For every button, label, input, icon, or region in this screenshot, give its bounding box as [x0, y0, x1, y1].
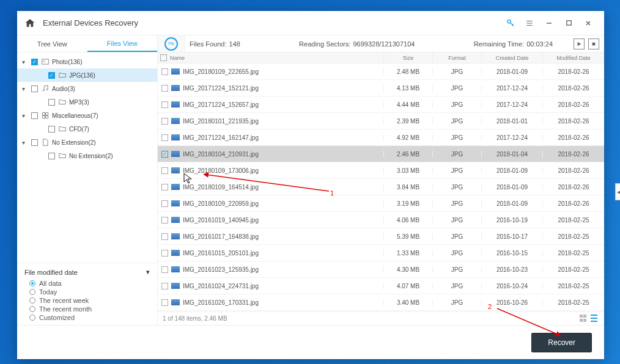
tree-node-cfd[interactable]: CFD(7)	[17, 122, 157, 136]
checkbox[interactable]	[48, 153, 55, 159]
file-modified: 2018-02-26	[543, 184, 604, 191]
row-checkbox[interactable]	[161, 266, 168, 273]
row-checkbox[interactable]	[161, 68, 168, 75]
stop-button[interactable]	[588, 38, 599, 49]
caret-icon[interactable]: ▾	[22, 86, 28, 92]
file-format: JPG	[433, 85, 482, 92]
grid-view-button[interactable]	[580, 315, 588, 323]
row-checkbox[interactable]	[161, 233, 168, 240]
minimize-button[interactable]	[541, 15, 558, 32]
file-size: 3.03 MB	[384, 167, 433, 174]
table-row[interactable]: IMG_20180109_173006.jpg3.03 MBJPG2018-01…	[158, 162, 604, 179]
filter-all[interactable]: All data	[29, 280, 150, 287]
caret-icon[interactable]: ▾	[22, 59, 28, 65]
tree-node-audio[interactable]: ▾Audio(3)	[17, 82, 157, 95]
filter-week[interactable]: The recent week	[29, 297, 150, 304]
tree-label: Audio(3)	[52, 86, 75, 92]
table-row[interactable]: IMG_20180109_220959.jpg3.19 MBJPG2018-01…	[158, 195, 604, 212]
table-body[interactable]: IMG_20180109_222655.jpg2.48 MBJPG2018-01…	[158, 64, 604, 311]
file-format: JPG	[433, 68, 482, 75]
col-modified[interactable]: Modified Date	[543, 53, 604, 63]
row-checkbox[interactable]	[161, 134, 168, 141]
table-row[interactable]: IMG_20161026_170331.jpg3.40 MBJPG2016-10…	[158, 294, 604, 311]
col-name[interactable]: Name	[170, 55, 185, 61]
recover-button[interactable]: Recover	[531, 333, 592, 352]
select-all-checkbox[interactable]	[160, 54, 167, 61]
table-row[interactable]: IMG_20180104_210931.jpg2.46 MBJPG2018-01…	[158, 146, 604, 162]
maximize-button[interactable]	[560, 15, 577, 32]
table-row[interactable]: IMG_20161019_140945.jpg4.06 MBJPG2016-10…	[158, 212, 604, 228]
tree-node-noext2[interactable]: No Extension(2)	[17, 149, 157, 162]
file-modified: 2018-02-25	[543, 233, 604, 240]
misc-icon	[41, 111, 50, 120]
checkbox[interactable]	[48, 126, 55, 133]
tree-node-misc[interactable]: ▾Miscellaneous(7)	[17, 109, 157, 122]
table-row[interactable]: IMG_20161024_224731.jpg4.07 MBJPG2016-10…	[158, 278, 604, 294]
row-checkbox[interactable]	[161, 299, 168, 306]
row-checkbox[interactable]	[161, 101, 168, 108]
checkbox[interactable]	[48, 72, 55, 79]
tree-node-noext[interactable]: ▾No Extension(2)	[17, 136, 157, 149]
tree-label: JPG(136)	[69, 72, 95, 79]
scan-controls	[570, 35, 604, 52]
table-row[interactable]: IMG_20171224_162147.jpg4.92 MBJPG2017-12…	[158, 129, 604, 146]
row-checkbox[interactable]	[161, 250, 168, 257]
play-button[interactable]	[574, 38, 585, 49]
file-size: 3.40 MB	[384, 299, 433, 306]
tab-files-view[interactable]: Files View	[87, 35, 158, 52]
filter-custom[interactable]: Customized	[29, 314, 150, 321]
filter-header[interactable]: File modified date▾	[24, 268, 150, 276]
file-thumbnail-icon	[171, 118, 180, 124]
row-checkbox[interactable]	[161, 85, 168, 92]
row-checkbox[interactable]	[161, 118, 168, 125]
checkbox[interactable]	[31, 139, 38, 146]
tree-node-jpg[interactable]: JPG(136)	[17, 68, 157, 82]
table-row[interactable]: IMG_20180109_222655.jpg2.48 MBJPG2018-01…	[158, 64, 604, 80]
caret-icon[interactable]: ▾	[22, 112, 28, 119]
checkbox[interactable]	[31, 112, 38, 119]
tree-node-photo[interactable]: ▾Photo(136)	[17, 55, 157, 68]
table-row[interactable]: IMG_20180109_164514.jpg3.84 MBJPG2018-01…	[158, 179, 604, 195]
file-created: 2016-10-24	[482, 283, 543, 289]
list-view-button[interactable]	[591, 315, 599, 323]
row-checkbox[interactable]	[161, 167, 168, 174]
filter-today[interactable]: Today	[29, 288, 150, 296]
tab-tree-view[interactable]: Tree View	[17, 35, 87, 52]
table-row[interactable]: IMG_20171224_152121.jpg4.13 MBJPG2017-12…	[158, 80, 604, 96]
file-created: 2016-10-19	[482, 217, 543, 224]
table-row[interactable]: IMG_20180101_221935.jpg2.39 MBJPG2018-01…	[158, 113, 604, 129]
col-created[interactable]: Created Date	[482, 53, 543, 63]
col-format[interactable]: Format	[433, 53, 482, 63]
side-collapse-button[interactable]: ◀	[615, 183, 620, 200]
checkbox[interactable]	[31, 86, 38, 92]
row-checkbox[interactable]	[161, 217, 168, 224]
scan-info: Files Found:148 Reading Sectors:9699328/…	[185, 35, 570, 52]
row-checkbox[interactable]	[161, 200, 168, 207]
audio-icon	[41, 84, 50, 93]
file-modified: 2018-02-26	[543, 200, 604, 207]
tree-label: Photo(136)	[52, 59, 82, 65]
filter-month[interactable]: The recent month	[29, 305, 150, 313]
row-checkbox[interactable]	[161, 151, 168, 158]
table-row[interactable]: IMG_20161017_164838.jpg5.39 MBJPG2016-10…	[158, 228, 604, 245]
file-format: JPG	[433, 217, 482, 224]
table-row[interactable]: IMG_20161023_125935.jpg4.30 MBJPG2016-10…	[158, 261, 604, 278]
row-checkbox[interactable]	[161, 283, 168, 289]
view-tabs: Tree View Files View	[17, 35, 158, 52]
caret-icon[interactable]: ▾	[22, 139, 28, 146]
checkbox[interactable]	[48, 99, 55, 106]
file-list-panel: Name Size Format Created Date Modified D…	[158, 53, 604, 325]
file-thumbnail-icon	[171, 283, 180, 289]
col-size[interactable]: Size	[384, 53, 433, 63]
folder-icon	[58, 71, 67, 79]
checkbox[interactable]	[31, 59, 38, 65]
table-row[interactable]: IMG_20171224_152657.jpg4.44 MBJPG2017-12…	[158, 96, 604, 113]
tree-node-mp3[interactable]: MP3(3)	[17, 95, 157, 109]
home-icon[interactable]	[24, 18, 35, 29]
row-checkbox[interactable]	[161, 184, 168, 191]
key-icon[interactable]	[501, 15, 519, 32]
table-row[interactable]: IMG_20161015_205101.jpg1.33 MBJPG2016-10…	[158, 245, 604, 261]
close-button[interactable]	[580, 15, 597, 32]
menu-icon[interactable]	[521, 15, 538, 32]
app-title: External Devices Recovery	[43, 18, 138, 27]
